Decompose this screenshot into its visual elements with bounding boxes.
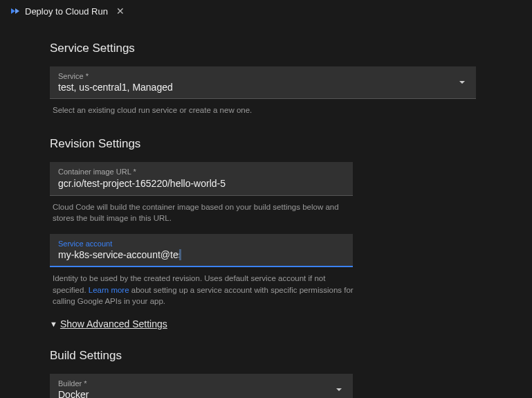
disclosure-triangle-icon: ▼ — [50, 320, 57, 328]
section-service-title: Service Settings — [50, 42, 532, 55]
form-content: Service Settings Service * test, us-cent… — [0, 22, 532, 398]
tab-title: Deploy to Cloud Run — [25, 6, 108, 17]
service-select[interactable]: Service * test, us-central1, Managed — [50, 66, 476, 99]
service-label: Service * — [58, 72, 468, 80]
close-icon[interactable]: ✕ — [115, 6, 126, 17]
text-cursor — [179, 249, 181, 260]
section-build-title: Build Settings — [50, 349, 532, 363]
learn-more-link[interactable]: Learn more — [89, 286, 129, 294]
service-helper: Select an existing cloud run service or … — [53, 105, 479, 116]
tab-bar: Deploy to Cloud Run ✕ — [0, 0, 532, 22]
section-revision-title: Revision Settings — [50, 137, 532, 151]
service-account-field[interactable]: Service account — [50, 234, 353, 267]
chevron-down-icon — [458, 78, 466, 87]
builder-select[interactable]: Builder * Docker — [50, 374, 353, 398]
service-account-helper: Identity to be used by the created revis… — [53, 273, 356, 307]
service-account-label: Service account — [58, 239, 345, 248]
container-image-field[interactable]: Container image URL * — [50, 162, 353, 196]
builder-value: Docker — [58, 389, 345, 398]
service-account-input[interactable] — [58, 249, 179, 260]
container-image-label: Container image URL * — [58, 168, 345, 176]
builder-label: Builder * — [58, 379, 345, 388]
cloud-run-icon — [10, 6, 21, 17]
show-advanced-label: Show Advanced Settings — [60, 318, 167, 329]
service-value: test, us-central1, Managed — [58, 82, 468, 93]
tab-deploy-cloud-run[interactable]: Deploy to Cloud Run ✕ — [6, 0, 130, 22]
chevron-down-icon — [335, 386, 343, 394]
container-image-helper: Cloud Code will build the container imag… — [53, 201, 356, 224]
container-image-input[interactable] — [58, 178, 345, 189]
show-advanced-toggle[interactable]: ▼ Show Advanced Settings — [50, 318, 532, 329]
